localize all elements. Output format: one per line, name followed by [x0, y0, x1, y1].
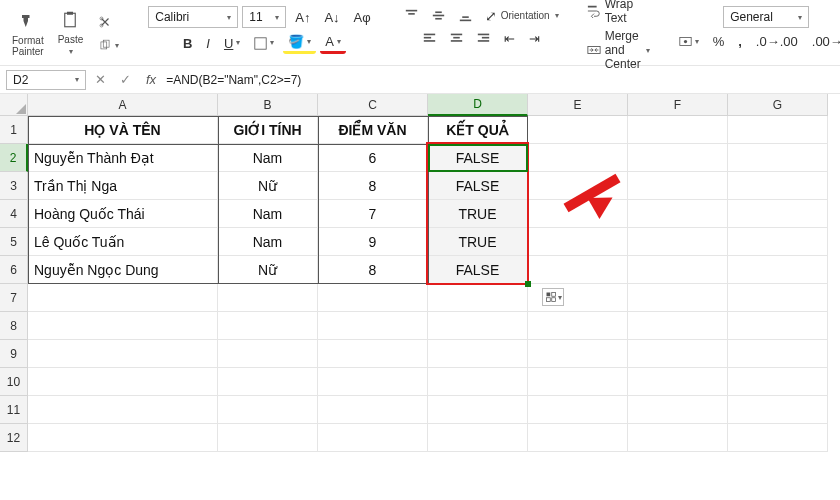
cell-B6[interactable]: Nữ: [218, 256, 318, 284]
cell-D6[interactable]: FALSE: [428, 256, 528, 284]
column-header-G[interactable]: G: [728, 94, 828, 116]
paste-button[interactable]: Paste ▾: [54, 9, 88, 59]
align-left-button[interactable]: [418, 29, 441, 48]
cell-C3[interactable]: 8: [318, 172, 428, 200]
cell-C10[interactable]: [318, 368, 428, 396]
row-header-1[interactable]: 1: [0, 116, 28, 144]
cell-B2[interactable]: Nam: [218, 144, 318, 172]
cell-F6[interactable]: [628, 256, 728, 284]
underline-button[interactable]: U▾: [219, 34, 245, 53]
row-header-10[interactable]: 10: [0, 368, 28, 396]
cell-D5[interactable]: TRUE: [428, 228, 528, 256]
cell-F7[interactable]: [628, 284, 728, 312]
font-size-select[interactable]: 11▾: [242, 6, 286, 28]
cell-F11[interactable]: [628, 396, 728, 424]
percent-button[interactable]: %: [708, 32, 730, 51]
copy-button[interactable]: ▾: [93, 36, 124, 56]
cell-A5[interactable]: Lê Quốc Tuấn: [28, 228, 218, 256]
cell-F1[interactable]: [628, 116, 728, 144]
decrease-font-button[interactable]: A↓: [319, 8, 344, 27]
cell-A7[interactable]: [28, 284, 218, 312]
cell-G1[interactable]: [728, 116, 828, 144]
cell-G10[interactable]: [728, 368, 828, 396]
row-header-6[interactable]: 6: [0, 256, 28, 284]
cell-A1[interactable]: HỌ VÀ TÊN: [28, 116, 218, 144]
cell-C11[interactable]: [318, 396, 428, 424]
cell-D3[interactable]: FALSE: [428, 172, 528, 200]
cell-G8[interactable]: [728, 312, 828, 340]
cell-C7[interactable]: [318, 284, 428, 312]
cell-G6[interactable]: [728, 256, 828, 284]
column-header-E[interactable]: E: [528, 94, 628, 116]
cell-E9[interactable]: [528, 340, 628, 368]
wrap-text-button[interactable]: Wrap Text: [587, 0, 650, 25]
cancel-formula-button[interactable]: ✕: [90, 70, 111, 89]
cell-E8[interactable]: [528, 312, 628, 340]
cell-G11[interactable]: [728, 396, 828, 424]
row-header-5[interactable]: 5: [0, 228, 28, 256]
cell-D4[interactable]: TRUE: [428, 200, 528, 228]
row-header-2[interactable]: 2: [0, 144, 28, 172]
cell-G12[interactable]: [728, 424, 828, 452]
font-name-select[interactable]: Calibri▾: [148, 6, 238, 28]
cell-E6[interactable]: [528, 256, 628, 284]
row-header-4[interactable]: 4: [0, 200, 28, 228]
italic-button[interactable]: I: [201, 34, 215, 53]
fill-color-button[interactable]: 🪣▾: [283, 32, 316, 54]
fx-icon[interactable]: fx: [140, 72, 162, 87]
border-button[interactable]: ▾: [249, 34, 279, 53]
cell-D12[interactable]: [428, 424, 528, 452]
row-header-8[interactable]: 8: [0, 312, 28, 340]
column-header-C[interactable]: C: [318, 94, 428, 116]
column-header-B[interactable]: B: [218, 94, 318, 116]
cell-E10[interactable]: [528, 368, 628, 396]
cell-F10[interactable]: [628, 368, 728, 396]
cell-E2[interactable]: [528, 144, 628, 172]
cell-F9[interactable]: [628, 340, 728, 368]
cell-E4[interactable]: [528, 200, 628, 228]
cell-A12[interactable]: [28, 424, 218, 452]
cell-A4[interactable]: Hoàng Quốc Thái: [28, 200, 218, 228]
cell-D8[interactable]: [428, 312, 528, 340]
cell-E5[interactable]: [528, 228, 628, 256]
cell-F3[interactable]: [628, 172, 728, 200]
cell-B11[interactable]: [218, 396, 318, 424]
number-format-select[interactable]: General▾: [723, 6, 809, 28]
cell-B10[interactable]: [218, 368, 318, 396]
cell-C12[interactable]: [318, 424, 428, 452]
increase-decimal-button[interactable]: .0→.00: [751, 32, 803, 51]
comma-button[interactable]: ,: [733, 32, 747, 51]
increase-font-button[interactable]: A↑: [290, 8, 315, 27]
cell-A6[interactable]: Nguyễn Ngọc Dung: [28, 256, 218, 284]
cell-E1[interactable]: [528, 116, 628, 144]
cell-D1[interactable]: KẾT QUẢ: [428, 116, 528, 144]
column-header-D[interactable]: D: [428, 94, 528, 116]
cell-C6[interactable]: 8: [318, 256, 428, 284]
select-all-corner[interactable]: [0, 94, 28, 116]
row-header-9[interactable]: 9: [0, 340, 28, 368]
decrease-indent-button[interactable]: ⇤: [499, 29, 520, 48]
cell-C4[interactable]: 7: [318, 200, 428, 228]
cell-D2[interactable]: FALSE: [428, 144, 528, 172]
cell-D10[interactable]: [428, 368, 528, 396]
cell-C1[interactable]: ĐIỂM VĂN: [318, 116, 428, 144]
cell-B12[interactable]: [218, 424, 318, 452]
bold-button[interactable]: B: [178, 34, 197, 53]
column-header-F[interactable]: F: [628, 94, 728, 116]
cell-E3[interactable]: [528, 172, 628, 200]
align-top-button[interactable]: [400, 6, 423, 25]
cell-F12[interactable]: [628, 424, 728, 452]
autofill-options-button[interactable]: ▾: [542, 288, 564, 306]
cell-C2[interactable]: 6: [318, 144, 428, 172]
cell-B5[interactable]: Nam: [218, 228, 318, 256]
clear-format-button[interactable]: Aφ: [349, 8, 376, 27]
cell-A11[interactable]: [28, 396, 218, 424]
cell-G5[interactable]: [728, 228, 828, 256]
cell-C9[interactable]: [318, 340, 428, 368]
cell-B8[interactable]: [218, 312, 318, 340]
cell-G3[interactable]: [728, 172, 828, 200]
cell-G4[interactable]: [728, 200, 828, 228]
cell-C8[interactable]: [318, 312, 428, 340]
cell-D7[interactable]: [428, 284, 528, 312]
formula-bar[interactable]: =AND(B2="Nam",C2>=7): [166, 73, 834, 87]
